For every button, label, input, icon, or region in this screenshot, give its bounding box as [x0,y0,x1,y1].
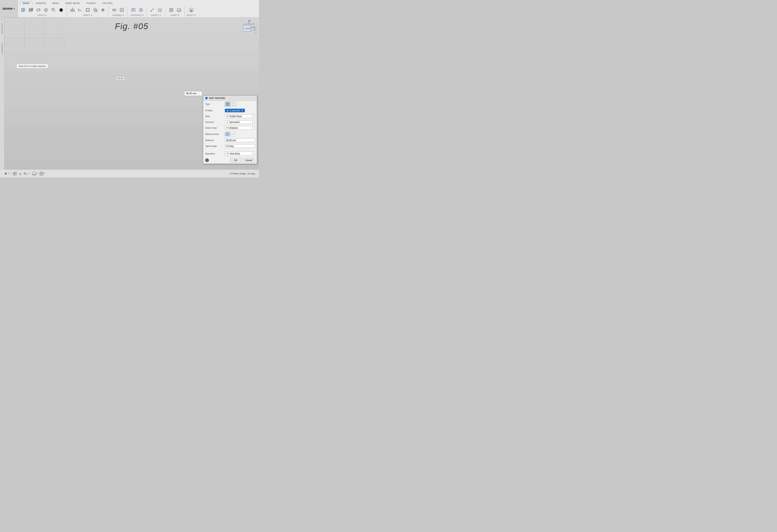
value-display: 90.00 mm [186,92,197,95]
tab-mesh[interactable]: MESH [49,1,62,5]
bottom-sep1 [11,172,11,175]
value-input-float[interactable]: 90.00 mm ⋮ [184,91,202,96]
navigate-arrow: ▼ [8,173,10,174]
extent-type-dropdown[interactable]: Distance ▼ [225,126,255,130]
new-component-icon[interactable] [20,6,27,14]
bottom-bar: ▼ ▼ [0,169,259,177]
svg-marker-98 [6,173,7,174]
taper-angle-input[interactable] [225,144,255,148]
svg-text:FRONT: FRONT [245,27,251,29]
section-analysis-icon[interactable] [156,6,163,14]
type-label: Type [205,103,223,105]
svg-rect-28 [122,10,124,12]
svg-line-104 [26,174,26,175]
icon-row: CREATE ▼ [18,5,259,17]
distance-input[interactable] [225,138,255,142]
operation-control: New Body ▼ [225,152,255,156]
create-label[interactable]: CREATE ▼ [37,14,47,16]
zoom-icon[interactable]: ▼ [23,172,29,175]
svg-text:X: X [255,32,256,34]
sweep-icon[interactable] [42,6,49,14]
svg-rect-14 [86,8,89,12]
svg-text:Z: Z [250,20,251,22]
selection-tooltip: Hold Ctrl to modify selection [16,64,48,68]
svg-rect-101 [13,174,15,175]
ok-button[interactable]: OK [230,158,241,162]
measure-icon[interactable] [149,6,156,14]
scale-icon[interactable] [50,6,57,14]
operation-value: New Body [230,152,240,155]
tab-utilities[interactable]: UTILITIES [99,1,115,5]
direction-dropdown[interactable]: Symmetric ▼ [225,120,255,124]
joint-icon[interactable] [111,6,118,14]
insert-arrow: ▼ [178,14,180,16]
construct-label[interactable]: CONSTRUCT ▼ [130,14,144,16]
svg-point-6 [45,9,47,11]
insert-svg-icon[interactable]: SVG [175,6,183,14]
edit-feature-title: EDIT FEATURE [209,97,225,99]
panel-buttons: OK Cancel [230,158,255,162]
operation-dropdown[interactable]: New Body ▼ [225,152,255,156]
svg-rect-33 [141,9,142,11]
profiles-clear-icon[interactable]: ✕ [241,109,243,112]
type-btn-surface[interactable] [231,102,237,107]
direction-value: Symmetric [229,121,240,123]
value-options-icon[interactable]: ⋮ [198,92,200,95]
tab-solid[interactable]: SOLID [20,1,32,5]
shell-icon[interactable] [84,6,91,14]
fillet-icon[interactable] [77,6,84,14]
modify-group: MODIFY ▼ [69,6,107,16]
svg-rect-113 [40,172,43,175]
move-icon[interactable] [99,6,107,14]
start-value: Profile Plane [229,115,242,118]
measurement-icon-1[interactable] [225,132,230,136]
svg-text:SVG: SVG [178,10,181,11]
modify-label[interactable]: MODIFY ▼ [83,14,92,16]
grid-display-icon[interactable]: ▼ [39,172,45,175]
edit-feature-header: EDIT FEATURE [203,96,257,101]
pattern-icon[interactable] [118,6,125,14]
inspect-label[interactable]: INSPECT ▼ [151,14,161,16]
panel-collapse-arrow[interactable]: » [2,18,3,21]
press-pull-icon[interactable] [69,6,76,14]
panel-footer: i OK Cancel [203,157,257,164]
svg-marker-21 [104,9,105,11]
svg-rect-7 [52,8,54,10]
extrude-icon[interactable] [27,6,34,14]
combine-icon[interactable] [92,6,99,14]
hand-tool-icon[interactable] [18,172,22,175]
measurement-icon-2[interactable] [231,132,236,136]
select-label[interactable]: SELECT ▼ [187,14,196,16]
status-bar-text: 2 Profiles | Angle : 0.0 deg [229,172,255,175]
profiles-value: 2 selected [230,109,240,112]
svg-rect-80 [227,116,228,117]
design-button[interactable]: DESIGN ▼ [0,0,18,17]
start-dropdown[interactable]: Profile Plane ▼ [225,115,255,118]
figure-title: Fig. #05 [115,22,148,31]
cancel-button[interactable]: Cancel [243,158,255,162]
tab-surface[interactable]: SURFACE [33,1,49,5]
svg-rect-11 [71,9,74,11]
insert-mesh-icon[interactable] [168,6,175,14]
type-btn-solid[interactable] [225,102,230,107]
insert-label[interactable]: INSERT ▼ [171,14,180,16]
start-control: Profile Plane ▼ [225,115,255,118]
dimension-label: 90.00 [116,77,125,80]
view-cube[interactable]: Z FRONT RIGHT X [241,20,257,35]
tab-plastic[interactable]: PLASTIC [84,1,99,5]
design-dropdown-icon[interactable]: ▼ [13,8,15,10]
spacer [203,149,257,151]
midplane-icon[interactable] [137,6,144,14]
select-icon[interactable] [188,6,195,14]
revolve-icon[interactable] [35,6,42,14]
assemble-label[interactable]: ASSEMBLE ▼ [112,14,124,16]
offset-plane-icon[interactable] [130,6,137,14]
display-mode-icon[interactable]: ▼ [32,172,38,175]
svg-rect-32 [139,9,141,11]
info-icon[interactable]: i [205,158,209,162]
tab-sheet-metal[interactable]: SHEET METAL [62,1,83,5]
profiles-badge[interactable]: 2 selected ✕ [225,109,245,112]
navigate-icon[interactable]: ▼ [4,172,10,175]
grid-toggle-icon[interactable] [13,172,17,175]
sphere-icon[interactable] [58,6,65,14]
